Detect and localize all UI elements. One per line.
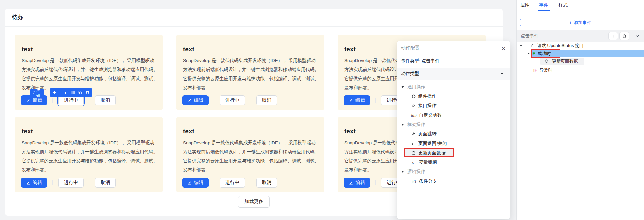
click-event-section-bar: 点击事件 (517, 30, 644, 42)
action-item-assign-variable[interactable]: x= 变量赋值 (397, 158, 510, 167)
add-action-button[interactable] (608, 32, 618, 40)
action-item-label: 接口操作 (418, 103, 437, 109)
component-toolbar (50, 88, 92, 97)
action-item-update-page-data[interactable]: 更新页面数据 (397, 148, 510, 158)
card-title: text (22, 45, 33, 53)
trash-icon[interactable] (85, 90, 90, 95)
card-actions: 编辑 进行中 取消 (21, 178, 116, 188)
action-item-page-back[interactable]: 页面返回/关闭 (397, 139, 510, 148)
button-divider (251, 180, 251, 185)
cancel-button[interactable]: 取消 (256, 178, 277, 188)
action-item-label: 条件分支 (419, 178, 437, 184)
card-title: text (344, 45, 356, 53)
button-divider (251, 98, 251, 103)
tree-node-label: 异常时 (540, 67, 553, 73)
tab-properties[interactable]: 属性 (520, 0, 529, 11)
action-config-panel: 动作配置 × 事件类型: 点击事件 动作类型 通用操作 组件操作 接口操作 f(… (397, 41, 510, 219)
cancel-button-label: 取消 (262, 97, 271, 103)
edit-button-label: 编辑 (355, 180, 365, 186)
load-more-button[interactable]: 加载更多 (238, 196, 270, 208)
refresh-icon (32, 91, 35, 95)
todo-card: text SnapDevelop 是一款低代码集成开发环境（IDE）， 采用模型… (176, 35, 324, 110)
event-type-text: 事件类型: 点击事件 (401, 58, 440, 64)
action-item-label: 组件操作 (418, 93, 437, 99)
card-body-text: SnapDevelop 是一款低代码集成开发环境（IDE）， 采用模型驱动方法实… (183, 56, 319, 92)
button-divider (375, 180, 376, 185)
trash-icon (622, 34, 627, 38)
copy-icon[interactable] (78, 90, 82, 95)
action-item-label: 变量赋值 (419, 159, 437, 165)
add-event-button[interactable]: + 添加事件 (520, 19, 640, 26)
cancel-button-label: 取消 (262, 180, 271, 186)
todo-card: text SnapDevelop 是一款低代码集成开发环境（IDE）， 采用模型… (176, 117, 324, 192)
close-icon[interactable]: × (502, 45, 505, 52)
cancel-button[interactable]: 取消 (256, 95, 277, 105)
action-item-custom-function[interactable]: f(n) 自定义函数 (397, 111, 510, 120)
tree-node-if-error[interactable]: IF 异常时 (517, 66, 644, 74)
if-success-tag: IF (531, 51, 535, 56)
status-button[interactable]: 进行中 (220, 178, 245, 188)
status-button[interactable]: 进行中 (58, 178, 84, 188)
align-top-icon[interactable] (63, 90, 68, 95)
card-actions: 编辑 进行中 取消 (182, 178, 277, 188)
edit-button[interactable]: 编辑 (344, 178, 370, 188)
todo-card: text SnapDevelop 是一款低代码集成开发环境（IDE）， 采用模型… (15, 117, 163, 192)
tree-node-update-page-data[interactable]: 更新页面数据 (517, 57, 644, 65)
cancel-button[interactable]: 取消 (95, 178, 116, 188)
action-group-general[interactable]: 通用操作 (397, 82, 510, 92)
tree-node-label: 成功时 (538, 51, 551, 57)
edit-button[interactable]: 编辑 (182, 95, 209, 105)
inspector-sidebar: 属性 事件 样式 + 添加事件 点击事件 请求 UpdateStatus 接 (516, 0, 644, 220)
edit-button[interactable]: 编辑 (21, 95, 47, 105)
tree-node-request-api[interactable]: 请求 UpdateStatus 接口 (517, 42, 644, 50)
status-button-label: 进行中 (64, 180, 78, 186)
edit-button[interactable]: 编辑 (344, 95, 370, 105)
tree-node-if-success[interactable]: IF 成功时 (517, 50, 644, 57)
api-icon (530, 43, 534, 48)
status-button-label: 进行中 (225, 97, 239, 103)
board-header: 待办 (5, 9, 503, 27)
chevron-down-icon[interactable] (635, 34, 640, 38)
refresh-icon (544, 59, 549, 63)
tab-events[interactable]: 事件 (539, 0, 548, 11)
action-item-component[interactable]: 组件操作 (397, 92, 510, 101)
action-group-framework[interactable]: 框架操作 (397, 120, 510, 129)
status-button[interactable]: 进行中 (220, 95, 245, 105)
button-divider (214, 98, 214, 103)
action-group-logic[interactable]: 逻辑操作 (397, 167, 510, 177)
add-event-label: 添加事件 (574, 20, 591, 26)
action-item-condition-branch[interactable]: if() 条件分支 (397, 177, 510, 186)
action-item-page-jump[interactable]: 页面跳转 (397, 129, 510, 139)
grid-icon[interactable] (71, 90, 75, 95)
selected-component-label: 按钮 (36, 87, 42, 98)
click-event-section-title: 点击事件 (521, 33, 608, 39)
assign-icon: x= (411, 160, 417, 164)
edit-button[interactable]: 编辑 (21, 178, 47, 188)
selected-component-badge[interactable]: 按钮 (30, 89, 44, 96)
action-type-label: 动作类型 (401, 71, 501, 77)
action-item-label: 页面跳转 (418, 131, 437, 137)
action-type-dropdown[interactable]: 动作类型 (397, 68, 510, 80)
tree-node-pill: 更新页面数据 (540, 58, 584, 65)
card-body-text: SnapDevelop 是一款低代码集成开发环境（IDE）， 采用模型驱动方法实… (183, 138, 319, 175)
delete-event-button[interactable] (619, 32, 629, 40)
move-icon[interactable] (52, 90, 57, 95)
cancel-button-label: 取消 (101, 180, 110, 186)
function-icon: f(n) (411, 113, 417, 117)
card-actions: 编辑 进行中 取消 (182, 95, 277, 105)
card-title: text (183, 128, 194, 135)
pencil-icon (349, 98, 353, 103)
action-item-api[interactable]: 接口操作 (397, 101, 510, 111)
edit-button-label: 编辑 (355, 97, 365, 103)
todo-card: text SnapDevelop 是一款低代码集成开发环境（IDE）， 采用模型… (15, 35, 163, 110)
highlight-frame (404, 148, 454, 157)
card-body-text: SnapDevelop 是一款低代码集成开发环境（IDE）， 采用模型驱动方法实… (22, 56, 158, 92)
tab-styles[interactable]: 样式 (558, 0, 568, 11)
action-panel-title: 动作配置 (401, 45, 502, 51)
status-button[interactable]: 进行中 (58, 95, 84, 105)
button-divider (89, 98, 89, 103)
edit-button[interactable]: 编辑 (182, 178, 209, 188)
cancel-button[interactable]: 取消 (95, 95, 116, 105)
card-body-text: SnapDevelop 是一款低代码集成开发环境（IDE）， 采用模型驱动方法实… (22, 138, 158, 175)
caret-down-icon (401, 124, 404, 126)
